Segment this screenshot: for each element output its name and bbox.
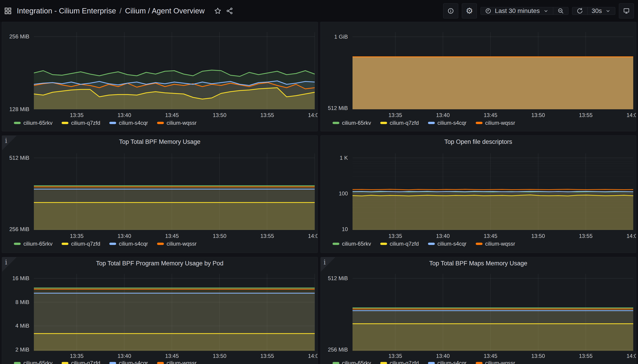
dashboard-info-button[interactable]: [443, 4, 458, 18]
x-axis-label: 13:35: [379, 233, 411, 239]
legend-swatch: [476, 122, 482, 124]
panel-title[interactable]: Top Total BPF Memory Usage: [2, 138, 318, 146]
legend-item-cilium-wqssr[interactable]: cilium-wqssr: [157, 120, 196, 126]
legend: cilium-65rkvcilium-q7zfdcilium-s4cqrcili…: [332, 120, 515, 126]
legend-label: cilium-wqssr: [485, 120, 515, 126]
legend-item-cilium-q7zfd[interactable]: cilium-q7zfd: [380, 240, 419, 247]
y-axis: 16 MiB8 MiB4 MiB2 MiB: [2, 257, 31, 364]
apps-grid-icon[interactable]: [4, 7, 12, 15]
tv-mode-button[interactable]: [619, 4, 634, 18]
legend-swatch: [332, 362, 339, 364]
x-axis-label: 13:45: [156, 353, 188, 359]
panel-title[interactable]: Top Open file descriptors: [321, 138, 636, 146]
x-axis-label: 13:55: [251, 233, 283, 239]
y-axis-label: 1 GiB: [321, 34, 348, 40]
panel-title[interactable]: Top Total BPF Program Memory Usage by Po…: [2, 260, 318, 267]
panel-title[interactable]: Top Total BPF Maps Memory Usage: [321, 260, 636, 267]
x-axis-label: 14:00: [299, 233, 318, 239]
legend-item-cilium-q7zfd[interactable]: cilium-q7zfd: [62, 120, 100, 126]
legend-item-cilium-s4cqr[interactable]: cilium-s4cqr: [428, 240, 466, 247]
legend-swatch: [428, 122, 435, 124]
legend-swatch: [109, 243, 116, 245]
breadcrumb-sub-title[interactable]: Cilium / Agent Overview: [125, 6, 204, 15]
legend-item-cilium-65rkv[interactable]: cilium-65rkv: [332, 240, 371, 247]
legend-item-cilium-wqssr[interactable]: cilium-wqssr: [476, 360, 515, 364]
legend-item-cilium-q7zfd[interactable]: cilium-q7zfd: [380, 120, 419, 126]
time-range-picker[interactable]: Last 30 minutes: [481, 7, 553, 14]
legend-item-cilium-65rkv[interactable]: cilium-65rkv: [332, 360, 371, 364]
legend: cilium-65rkvcilium-q7zfdcilium-s4cqrcili…: [14, 120, 196, 126]
dashboard-grid: 256 MiB128 MiB 13:3513:4013:4513:5013:55…: [0, 22, 638, 364]
chevron-down-icon: [605, 8, 611, 14]
legend-label: cilium-s4cqr: [438, 240, 466, 247]
y-axis: 512 MiB256 MiB: [2, 136, 31, 253]
legend: cilium-65rkvcilium-q7zfdcilium-s4cqrcili…: [14, 240, 196, 247]
dashboard-header: Integration - Cilium Enterprise / Cilium…: [0, 0, 638, 22]
breadcrumb: Integration - Cilium Enterprise / Cilium…: [17, 6, 204, 15]
x-axis-label: 13:55: [251, 112, 283, 118]
chevron-down-icon: [543, 8, 549, 14]
x-axis-label: 13:45: [156, 112, 188, 118]
x-axis-label: 13:45: [156, 233, 188, 239]
star-icon[interactable]: [214, 7, 222, 14]
chart-canvas-open-fds[interactable]: [352, 153, 634, 230]
gear-icon: ⚙: [466, 7, 473, 15]
panel-info-corner[interactable]: [2, 257, 16, 272]
share-icon[interactable]: [226, 7, 233, 14]
legend-item-cilium-65rkv[interactable]: cilium-65rkv: [14, 240, 52, 247]
legend-item-cilium-65rkv[interactable]: cilium-65rkv: [14, 120, 52, 126]
legend-item-cilium-s4cqr[interactable]: cilium-s4cqr: [109, 240, 148, 247]
y-axis: 1 K10010: [321, 136, 349, 253]
legend: cilium-65rkvcilium-q7zfdcilium-s4cqrcili…: [14, 360, 196, 364]
breadcrumb-dashboard-title[interactable]: Integration - Cilium Enterprise: [17, 6, 116, 15]
chart-canvas-memory-per-pod[interactable]: [34, 32, 315, 109]
legend-item-cilium-s4cqr[interactable]: cilium-s4cqr: [109, 360, 148, 364]
legend-item-cilium-wqssr[interactable]: cilium-wqssr: [157, 360, 196, 364]
dashboard-settings-button[interactable]: ⚙: [462, 4, 477, 18]
monitor-icon: [623, 7, 630, 14]
y-axis-label: 512 MiB: [2, 155, 29, 161]
panel-row1-left: 256 MiB128 MiB 13:3513:4013:4513:5013:55…: [2, 22, 318, 131]
panel-info-corner[interactable]: [321, 257, 335, 272]
x-axis-label: 13:50: [522, 112, 554, 118]
legend-item-cilium-s4cqr[interactable]: cilium-s4cqr: [109, 120, 148, 126]
x-axis: 13:3513:4013:4513:5013:5514:00: [34, 353, 315, 360]
y-axis-label: 1 K: [321, 155, 348, 161]
legend-item-cilium-65rkv[interactable]: cilium-65rkv: [332, 120, 371, 126]
refresh-controls-group: 30s: [572, 7, 615, 15]
chart-canvas-bpf-program-memory[interactable]: [34, 274, 315, 351]
zoom-out-time-button[interactable]: [553, 7, 568, 14]
chart-canvas-bpf-maps-memory[interactable]: [352, 274, 634, 351]
legend-item-cilium-wqssr[interactable]: cilium-wqssr: [476, 120, 515, 126]
legend-item-cilium-wqssr[interactable]: cilium-wqssr: [476, 240, 515, 247]
legend-item-cilium-s4cqr[interactable]: cilium-s4cqr: [428, 120, 466, 126]
x-axis-label: 13:55: [570, 112, 602, 118]
x-axis-label: 14:00: [618, 233, 636, 239]
legend-swatch: [380, 243, 387, 245]
legend-label: cilium-q7zfd: [71, 240, 100, 247]
legend: cilium-65rkvcilium-q7zfdcilium-s4cqrcili…: [332, 360, 515, 364]
x-axis-label: 13:45: [474, 233, 506, 239]
legend-swatch: [14, 243, 21, 245]
legend-item-cilium-s4cqr[interactable]: cilium-s4cqr: [428, 360, 466, 364]
legend-swatch: [109, 122, 116, 124]
x-axis-label: 13:40: [108, 353, 140, 359]
x-axis-label: 13:35: [379, 112, 411, 118]
x-axis-label: 13:50: [522, 233, 554, 239]
legend-item-cilium-65rkv[interactable]: cilium-65rkv: [14, 360, 52, 364]
legend-label: cilium-q7zfd: [390, 240, 419, 247]
panel-info-corner[interactable]: [2, 136, 16, 150]
legend-swatch: [476, 243, 482, 245]
legend-item-cilium-q7zfd[interactable]: cilium-q7zfd: [62, 360, 100, 364]
legend-item-cilium-q7zfd[interactable]: cilium-q7zfd: [380, 360, 419, 364]
x-axis: 13:3513:4013:4513:5013:5514:00: [34, 233, 315, 240]
chart-canvas-memory-limit[interactable]: [352, 32, 634, 109]
chart-canvas-bpf-memory[interactable]: [34, 153, 315, 230]
legend-item-cilium-q7zfd[interactable]: cilium-q7zfd: [62, 240, 100, 247]
x-axis: 13:3513:4013:4513:5013:5514:00: [34, 112, 315, 120]
refresh-interval-picker[interactable]: 30s: [587, 7, 615, 14]
legend-label: cilium-wqssr: [166, 360, 196, 364]
y-axis-label: 512 MiB: [321, 105, 348, 111]
legend-item-cilium-wqssr[interactable]: cilium-wqssr: [157, 240, 196, 247]
refresh-button[interactable]: [572, 7, 587, 14]
